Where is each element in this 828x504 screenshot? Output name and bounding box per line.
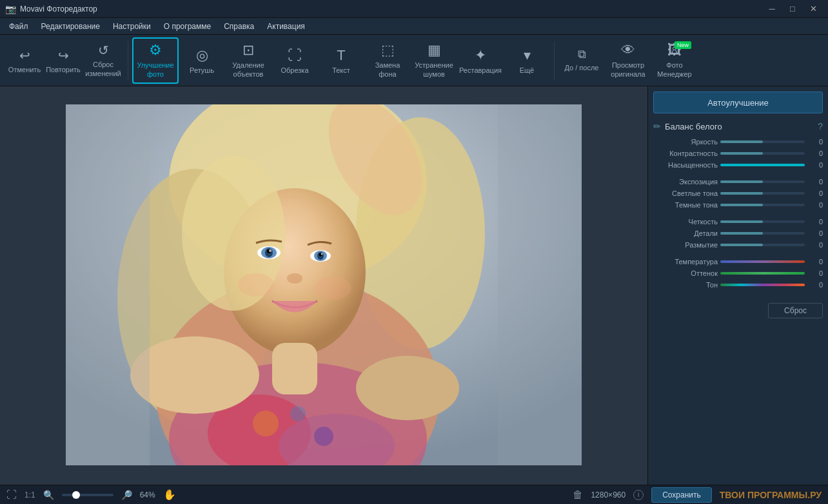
tint-slider[interactable] bbox=[720, 272, 805, 275]
tint-row: Оттенок 0 bbox=[653, 269, 823, 277]
contrast-label: Контрастность bbox=[653, 150, 718, 157]
maximize-button[interactable]: □ bbox=[783, 2, 802, 16]
text-button[interactable]: T Текст bbox=[318, 37, 364, 84]
zoom-out-icon[interactable]: 🔍 bbox=[43, 490, 54, 500]
blur-slider[interactable] bbox=[720, 244, 805, 246]
replace-bg-button[interactable]: ⬚ Замена фона bbox=[364, 37, 411, 84]
menu-help[interactable]: Справка bbox=[217, 20, 261, 33]
menu-edit[interactable]: Редактирование bbox=[35, 20, 106, 33]
redo-button[interactable]: ↪ Повторить bbox=[44, 37, 83, 84]
remove-objects-button[interactable]: ⊡ Удаление объектов bbox=[225, 37, 271, 84]
separator-4 bbox=[653, 293, 823, 303]
contrast-value: 0 bbox=[807, 150, 823, 157]
photo-manager-button[interactable]: New 🖼 Фото Менеджер bbox=[651, 37, 698, 84]
more-icon: ▾ bbox=[524, 47, 531, 64]
fit-to-window-icon[interactable]: ⛶ bbox=[6, 489, 17, 501]
main-area: Автоулучшение ✏ Баланс белого ? Яркость … bbox=[0, 86, 828, 485]
more-button[interactable]: ▾ Ещё bbox=[504, 37, 550, 84]
app-icon: 📷 bbox=[5, 4, 16, 14]
drag-icon[interactable]: ✋ bbox=[163, 489, 176, 501]
brightness-slider[interactable] bbox=[720, 141, 805, 143]
undo-button[interactable]: ↩ Отменить bbox=[5, 37, 44, 84]
shadows-slider[interactable] bbox=[720, 204, 805, 206]
menu-settings[interactable]: Настройки bbox=[106, 20, 157, 33]
crop-button[interactable]: ⛶ Обрезка bbox=[271, 37, 318, 84]
reset-area: Сброс bbox=[653, 303, 823, 318]
tint-value: 0 bbox=[807, 269, 823, 277]
eye-icon: 👁 bbox=[621, 42, 635, 59]
photo-container bbox=[66, 104, 582, 467]
details-slider[interactable] bbox=[720, 232, 805, 235]
svg-point-9 bbox=[253, 411, 279, 436]
svg-point-24 bbox=[287, 273, 302, 284]
tone-row: Тон 0 bbox=[653, 281, 823, 289]
section-title: Баланс белого bbox=[665, 122, 814, 131]
tools-group: ⚙ Улучшение фото ◎ Ретушь ⊡ Удаление объ… bbox=[132, 37, 550, 84]
restore-icon: ✦ bbox=[475, 47, 486, 64]
sliders-group-1: Яркость 0 Контрастность 0 Насыщенность 0 bbox=[653, 138, 823, 173]
exposure-label: Экспозиция bbox=[653, 178, 718, 186]
separator-3 bbox=[653, 253, 823, 258]
reset-changes-button[interactable]: ↺ Сброс изменений bbox=[83, 37, 124, 84]
eyedropper-icon: ✏ bbox=[653, 121, 661, 131]
menu-about[interactable]: О программе bbox=[157, 20, 217, 33]
denoise-button[interactable]: ▦ Устранение шумов bbox=[411, 37, 457, 84]
svg-rect-31 bbox=[498, 104, 582, 465]
svg-point-23 bbox=[321, 253, 323, 255]
tone-value: 0 bbox=[807, 281, 823, 289]
highlights-slider[interactable] bbox=[720, 192, 805, 195]
ratio-label[interactable]: 1:1 bbox=[25, 490, 35, 499]
zoom-slider[interactable] bbox=[62, 494, 113, 496]
close-button[interactable]: ✕ bbox=[803, 2, 823, 16]
separator-2 bbox=[653, 213, 823, 218]
tint-label: Оттенок bbox=[653, 269, 718, 277]
photo-canvas bbox=[66, 104, 582, 465]
saturation-slider[interactable] bbox=[720, 164, 805, 166]
clarity-slider[interactable] bbox=[720, 220, 805, 223]
save-button[interactable]: Сохранить bbox=[651, 487, 712, 503]
view-group: ⧉ До / после 👁 Просмотр оригинала New 🖼 … bbox=[558, 37, 698, 84]
reset-button[interactable]: Сброс bbox=[768, 303, 823, 318]
before-after-button[interactable]: ⧉ До / после bbox=[558, 37, 605, 84]
contrast-slider[interactable] bbox=[720, 152, 805, 155]
undo-icon: ↩ bbox=[19, 48, 30, 63]
restore-button[interactable]: ✦ Реставрация bbox=[457, 37, 504, 84]
toolbar-separator-1 bbox=[128, 41, 128, 80]
view-original-button[interactable]: 👁 Просмотр оригинала bbox=[605, 37, 651, 84]
exposure-slider[interactable] bbox=[720, 180, 805, 183]
svg-rect-27 bbox=[272, 343, 317, 394]
retouch-button[interactable]: ◎ Ретушь bbox=[179, 37, 225, 84]
denoise-icon: ▦ bbox=[428, 42, 441, 59]
temperature-value: 0 bbox=[807, 258, 823, 266]
auto-enhance-button[interactable]: Автоулучшение bbox=[653, 92, 823, 113]
image-dimensions: 1280×960 bbox=[591, 490, 626, 499]
delete-icon[interactable]: 🗑 bbox=[573, 489, 583, 501]
svg-point-25 bbox=[238, 273, 274, 296]
redo-icon: ↪ bbox=[58, 48, 69, 63]
svg-point-29 bbox=[356, 356, 459, 420]
canvas-area[interactable] bbox=[0, 86, 647, 485]
watermark-text: ТВОИ ПРОГРАММЫ.РУ bbox=[720, 490, 822, 500]
zoom-thumb[interactable] bbox=[72, 491, 80, 499]
temperature-slider[interactable] bbox=[720, 260, 805, 263]
text-icon: T bbox=[337, 47, 345, 64]
menubar: Файл Редактирование Настройки О программ… bbox=[0, 18, 828, 35]
help-button[interactable]: ? bbox=[818, 121, 823, 131]
details-label: Детали bbox=[653, 229, 718, 237]
tone-slider[interactable] bbox=[720, 284, 805, 286]
blur-value: 0 bbox=[807, 241, 823, 249]
zoom-value: 64% bbox=[140, 490, 155, 499]
svg-point-26 bbox=[315, 276, 351, 300]
toolbar: ↩ Отменить ↪ Повторить ↺ Сброс изменений… bbox=[0, 35, 828, 86]
menu-activate[interactable]: Активация bbox=[261, 20, 311, 33]
contrast-row: Контрастность 0 bbox=[653, 150, 823, 157]
history-group: ↩ Отменить ↪ Повторить ↺ Сброс изменений bbox=[5, 37, 124, 84]
enhance-button[interactable]: ⚙ Улучшение фото bbox=[132, 37, 179, 84]
titlebar: 📷 Movavi Фоторедактор ─ □ ✕ bbox=[0, 0, 828, 18]
svg-point-11 bbox=[290, 406, 306, 422]
menu-file[interactable]: Файл bbox=[3, 20, 35, 33]
statusbar: ⛶ 1:1 🔍 🔎 64% ✋ 🗑 1280×960 i Сохранить Т… bbox=[0, 485, 828, 504]
minimize-button[interactable]: ─ bbox=[762, 2, 782, 16]
zoom-in-icon[interactable]: 🔎 bbox=[121, 490, 132, 500]
info-icon[interactable]: i bbox=[633, 490, 644, 500]
